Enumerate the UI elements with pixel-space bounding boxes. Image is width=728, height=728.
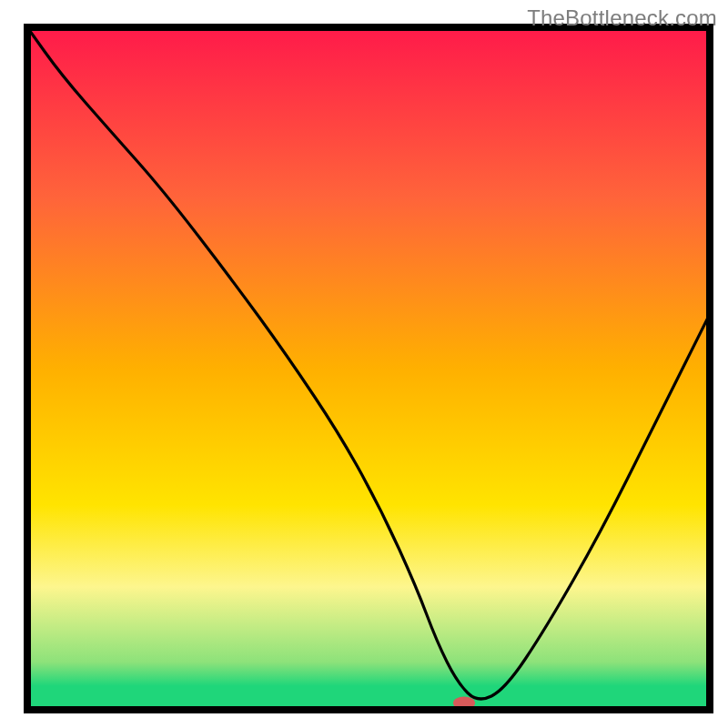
watermark-label: TheBottleneck.com bbox=[527, 5, 717, 31]
chart-frame: TheBottleneck.com bbox=[0, 0, 728, 728]
chart-svg bbox=[0, 0, 728, 728]
gradient-background bbox=[27, 27, 710, 710]
